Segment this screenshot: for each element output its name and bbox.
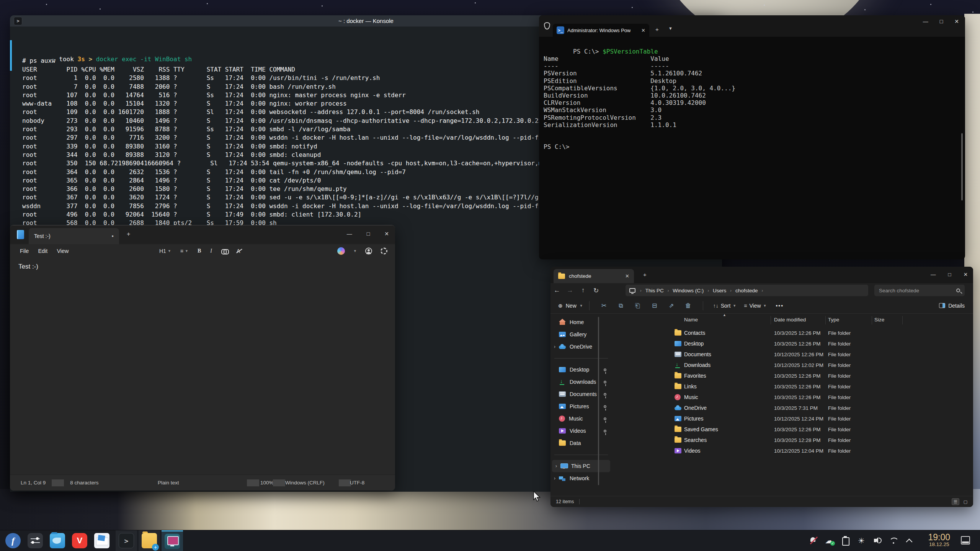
bold-button[interactable]: B <box>198 248 201 254</box>
close-tab-icon[interactable]: ✕ <box>625 273 629 279</box>
search-input[interactable]: Search chofstede <box>874 285 965 296</box>
fedora-launcher-icon[interactable]: f <box>5 533 21 548</box>
sidebar-item-network[interactable]: ›Network <box>550 472 612 484</box>
maximize-icon[interactable]: □ <box>367 231 370 237</box>
share-icon[interactable]: ⇗ <box>663 302 680 309</box>
details-view-icon[interactable]: ☰ <box>952 498 959 505</box>
sort-button[interactable]: ↑↓Sort▼ <box>713 303 737 309</box>
file-row-music[interactable]: Music10/3/2025 12:26 PMFile folder <box>612 392 973 403</box>
show-desktop-button[interactable] <box>961 536 970 544</box>
column-name[interactable]: Name <box>684 317 698 323</box>
close-tab-icon[interactable]: ✕ <box>641 28 645 33</box>
dolphin-file-manager-icon[interactable] <box>50 533 65 548</box>
details-pane-toggle[interactable]: Details <box>939 303 965 309</box>
explorer-file-area[interactable]: Name ▲ Date modified Type Size Contacts1… <box>612 314 973 491</box>
minimize-icon[interactable]: — <box>347 231 352 237</box>
line-ending[interactable]: Windows (CRLF) <box>279 480 331 486</box>
sidebar-item-onedrive[interactable]: ›OneDrive <box>550 341 612 353</box>
menu-edit[interactable]: Edit <box>33 246 52 256</box>
file-row-contacts[interactable]: Contacts10/3/2025 12:26 PMFile folder <box>612 328 973 338</box>
link-button[interactable] <box>221 249 227 253</box>
copilot-dropdown-icon[interactable]: ▼ <box>353 249 357 253</box>
clear-format-button[interactable]: A <box>237 248 240 254</box>
sidebar-item-this-pc[interactable]: ›This PC <box>552 460 610 472</box>
italic-button[interactable]: I <box>210 248 212 254</box>
sidebar-item-documents[interactable]: Documents <box>550 388 612 400</box>
notepad-tabbar[interactable]: Test :-) ● + — □ ✕ <box>10 225 395 244</box>
sidebar-item-downloads[interactable]: Downloads <box>550 376 612 388</box>
new-tab-icon[interactable]: + <box>643 271 647 278</box>
explorer-tab[interactable]: chofstede ✕ <box>554 269 634 283</box>
view-button[interactable]: ≡View▼ <box>744 303 766 309</box>
new-tab-icon[interactable]: + <box>127 231 130 238</box>
encoding[interactable]: UTF-8 <box>344 480 371 486</box>
sidebar-item-pictures[interactable]: Pictures <box>550 400 612 412</box>
clock[interactable]: 19:00 18.12.25 <box>928 533 950 547</box>
sidebar-item-videos[interactable]: Videos <box>550 425 612 437</box>
sidebar-item-desktop[interactable]: Desktop <box>550 364 612 376</box>
thumbnail-view-icon[interactable]: ▢ <box>962 498 969 505</box>
more-options-icon[interactable]: ••• <box>776 303 784 309</box>
powershell-tab[interactable]: >_ Administrator: Windows Pow ✕ <box>553 24 649 37</box>
file-row-links[interactable]: Links10/3/2025 12:26 PMFile folder <box>612 381 973 392</box>
sidebar-item-home[interactable]: Home <box>550 316 612 328</box>
explorer-tabbar[interactable]: chofstede ✕ + — □ ✕ <box>550 267 973 283</box>
copy-icon[interactable]: ⧉ <box>612 302 629 309</box>
menu-view[interactable]: View <box>52 246 73 256</box>
notepad-editor[interactable]: Test :-) <box>10 258 395 475</box>
close-icon[interactable]: ✕ <box>954 18 959 24</box>
breadcrumb-item-users[interactable]: Users <box>713 288 726 293</box>
expand-chevron-icon[interactable]: › <box>550 344 559 349</box>
sidebar-item-data[interactable]: Data <box>550 437 612 449</box>
konsole-task[interactable]: > <box>116 530 137 551</box>
delete-icon[interactable]: 🗑 <box>680 302 697 309</box>
file-row-desktop[interactable]: Desktop10/3/2025 12:26 PMFile folder <box>612 338 973 349</box>
brightness-icon[interactable]: ☀ <box>857 536 866 545</box>
volume-icon[interactable] <box>873 536 882 545</box>
refresh-icon[interactable]: ↻ <box>590 287 603 295</box>
sidebar-item-gallery[interactable]: Gallery <box>550 328 612 341</box>
new-tab-icon[interactable]: + <box>655 26 659 33</box>
expand-tray-icon[interactable] <box>905 536 914 545</box>
terminal-tabbar[interactable]: >_ Administrator: Windows Pow ✕ + ▼ — □ … <box>539 15 965 37</box>
heading-dropdown[interactable]: H1▼ <box>159 248 171 254</box>
cloud-sync-icon[interactable]: ☁ <box>825 536 834 545</box>
paste-icon[interactable]: ⎗ <box>629 302 646 309</box>
file-row-downloads[interactable]: Downloads10/12/2025 12:02 PMFile folder <box>612 360 973 370</box>
gear-icon[interactable] <box>381 248 387 254</box>
scrollbar[interactable] <box>961 133 963 201</box>
notepad-tab[interactable]: Test :-) ● <box>29 228 119 244</box>
file-row-searches[interactable]: Searches10/3/2025 12:28 PMFile folder <box>612 435 973 445</box>
close-icon[interactable]: ✕ <box>384 231 389 237</box>
up-icon[interactable]: ↑ <box>577 287 590 294</box>
rename-icon[interactable]: ⊟ <box>646 302 663 309</box>
back-icon[interactable]: ← <box>550 287 564 294</box>
cut-icon[interactable]: ✂ <box>596 302 612 309</box>
maximize-icon[interactable]: □ <box>940 18 943 24</box>
sidebar-scrollbar[interactable] <box>598 317 599 485</box>
notifications-muted-icon[interactable] <box>808 536 818 545</box>
sidebar-item-music[interactable]: Music <box>550 412 612 425</box>
breadcrumb[interactable]: ›This PC›Windows (C:)›Users›chofstede› <box>626 285 868 296</box>
new-folder-task[interactable] <box>139 530 160 551</box>
column-date-modified[interactable]: Date modified <box>774 317 806 323</box>
column-size[interactable]: Size <box>874 317 884 323</box>
breadcrumb-item-this-pc[interactable]: This PC <box>645 288 664 293</box>
maximize-icon[interactable]: □ <box>948 272 951 277</box>
file-row-documents[interactable]: Documents10/12/2025 12:26 PMFile folder <box>612 349 973 360</box>
file-row-pictures[interactable]: Pictures10/12/2025 12:24 PMFile folder <box>612 413 973 424</box>
minimize-icon[interactable]: — <box>931 272 936 277</box>
vivaldi-browser-icon[interactable]: V <box>72 533 87 548</box>
powershell-output[interactable]: PS C:\> $PSVersionTable Name Value ---- … <box>539 37 965 259</box>
expand-chevron-icon[interactable]: › <box>552 463 560 469</box>
list-dropdown[interactable]: ≡▼ <box>180 248 188 254</box>
settings-icon[interactable] <box>28 533 43 548</box>
file-row-videos[interactable]: Videos10/12/2025 12:04 PMFile folder <box>612 445 973 456</box>
file-row-favorites[interactable]: Favorites10/3/2025 12:26 PMFile folder <box>612 370 973 381</box>
mail-icon[interactable] <box>94 533 109 548</box>
close-icon[interactable]: ✕ <box>964 271 968 277</box>
copilot-icon[interactable] <box>337 247 345 255</box>
minimize-icon[interactable]: — <box>923 18 928 24</box>
expand-chevron-icon[interactable]: › <box>550 476 559 481</box>
clipboard-icon[interactable] <box>841 536 850 545</box>
